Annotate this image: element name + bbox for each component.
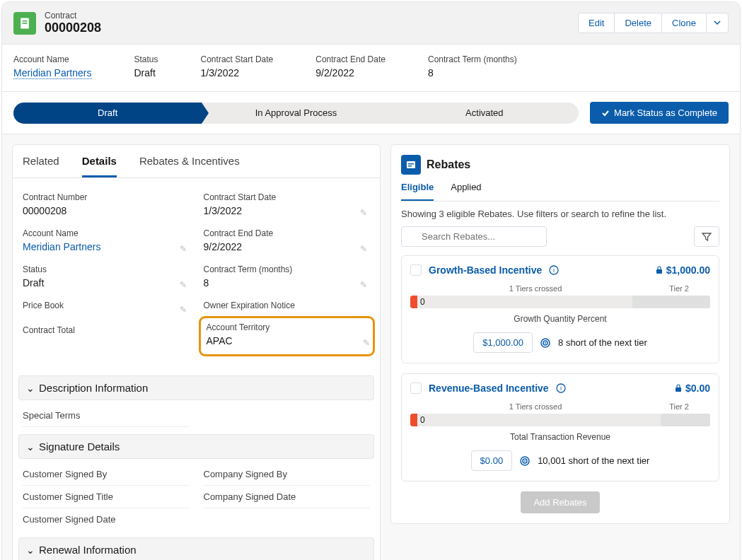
rebate-amount: $0.00 [685,383,710,394]
more-actions-button[interactable] [706,13,729,33]
rebate-checkbox[interactable] [410,383,422,394]
tab-rebates-incentives[interactable]: Rebates & Incentives [139,155,240,177]
record-type-label: Contract [45,11,101,21]
account-name-label2: Account Name [23,228,190,238]
rebates-summary-text: Showing 3 eligible Rebates. Use filters … [401,209,719,219]
filter-icon [702,232,712,242]
svg-rect-1 [23,20,28,21]
info-icon[interactable]: i [549,265,559,275]
payout-amount-button[interactable]: $1,000.00 [473,332,533,353]
contract-number-value: 00000208 [23,205,190,216]
rebate-card: Revenue-Based Incentive i $0.00 1 Tiers … [401,373,719,482]
section-signature[interactable]: ⌄ Signature Details [18,434,374,459]
clone-button[interactable]: Clone [661,13,707,33]
tab-related[interactable]: Related [23,155,59,177]
rebates-icon [401,155,421,175]
record-name: 00000208 [45,21,101,35]
edit-button[interactable]: Edit [578,13,615,33]
svg-text:i: i [560,385,562,392]
mark-complete-button[interactable]: Mark Status as Complete [590,102,729,124]
path-step-approval[interactable]: In Approval Process [202,103,390,124]
owner-exp-label: Owner Expiration Notice [204,301,371,310]
status-value: Draft [23,277,190,288]
end-date-label-top: Contract End Date [315,54,386,64]
filter-button[interactable] [694,226,719,247]
account-name-link2[interactable]: Meridian Partners [23,241,101,252]
bar-value: 0 [417,414,661,426]
edit-pencil-icon[interactable]: ✎ [180,305,187,315]
target-icon [519,455,531,467]
term-label: Contract Term (months) [204,264,371,274]
section-description[interactable]: ⌄ Description Information [18,375,374,400]
contract-number-label: Contract Number [23,192,190,202]
rebate-amount: $1,000.00 [666,264,710,276]
bar-value: 0 [417,296,632,308]
header-actions: Edit Delete Clone [579,13,729,33]
lock-icon [674,384,683,392]
metric-label: Total Transaction Revenue [410,432,710,442]
payout-amount-button[interactable]: $0.00 [471,450,513,471]
svg-rect-16 [676,387,681,392]
delete-button[interactable]: Delete [614,13,662,33]
rebates-tab-eligible[interactable]: Eligible [401,182,434,201]
edit-pencil-icon[interactable]: ✎ [180,280,187,290]
account-territory-field: Account Territory APAC ✎ [201,318,373,354]
section-renewal[interactable]: ⌄ Renewal Information [18,537,374,560]
tab-details[interactable]: Details [82,155,117,177]
info-icon[interactable]: i [556,383,566,393]
status-path: Draft In Approval Process Activated [13,103,579,124]
progress-bar: 0 [410,296,710,308]
highlights-panel: Account Name Meridian Partners Status Dr… [2,45,740,92]
rebate-checkbox[interactable] [410,264,422,276]
metric-label: Growth Quantity Percent [410,314,710,324]
end-date-label: Contract End Date [204,228,371,238]
start-date-label: Contract Start Date [204,192,371,202]
price-book-label: Price Book [23,301,190,310]
svg-rect-2 [23,23,28,24]
target-icon [540,337,551,349]
territory-value: APAC [207,335,368,346]
chevron-down-icon: ⌄ [26,441,35,453]
lock-icon [655,266,663,274]
rebates-tab-applied[interactable]: Applied [451,182,481,201]
start-date-value: 1/3/2022 [204,205,371,216]
svg-rect-3 [407,161,415,168]
tiers-crossed-label: 1 Tiers crossed [420,402,651,411]
rebate-card: Growth-Based Incentive i $1,000.00 1 Tie… [401,255,719,363]
end-date-value-top: 9/2/2022 [315,67,386,78]
edit-pencil-icon[interactable]: ✎ [360,280,367,290]
short-of-tier-text: 10,001 short of the next tier [538,455,649,466]
path-step-activated[interactable]: Activated [390,103,579,124]
svg-rect-5 [408,165,412,167]
edit-pencil-icon[interactable]: ✎ [180,244,187,254]
customer-signed-by-field: Customer Signed By [23,463,190,486]
add-rebates-button[interactable]: Add Rebates [521,491,599,513]
record-tabs: Related Details Rebates & Incentives [13,145,380,178]
start-date-label-top: Contract Start Date [201,54,274,64]
customer-signed-title-field: Customer Signed Title [23,486,190,508]
company-signed-date-field: Company Signed Date [204,486,371,508]
special-terms-field: Special Terms [23,404,190,427]
edit-pencil-icon[interactable]: ✎ [360,244,367,254]
svg-text:i: i [553,267,555,274]
tier2-label: Tier 2 [651,402,707,411]
account-name-link[interactable]: Meridian Partners [13,67,92,79]
svg-point-13 [545,342,546,344]
record-header: Contract 00000208 Edit Delete Clone [2,2,740,45]
edit-pencil-icon[interactable]: ✎ [363,338,370,348]
rebate-title-link[interactable]: Revenue-Based Incentive [429,383,549,394]
svg-rect-4 [408,163,414,165]
rebates-title: Rebates [427,158,470,171]
progress-bar: 0 [410,414,710,426]
rebate-title-link[interactable]: Growth-Based Incentive [429,264,542,276]
svg-point-19 [524,460,526,462]
territory-label: Account Territory [207,322,368,332]
company-signed-by-field: Company Signed By [204,463,371,486]
edit-pencil-icon[interactable]: ✎ [360,208,367,218]
term-label-top: Contract Term (months) [428,54,517,64]
path-step-draft[interactable]: Draft [13,103,202,124]
search-rebates-input[interactable] [401,226,547,247]
svg-rect-10 [656,269,662,274]
status-value-top: Draft [134,67,158,78]
status-label: Status [23,264,190,274]
